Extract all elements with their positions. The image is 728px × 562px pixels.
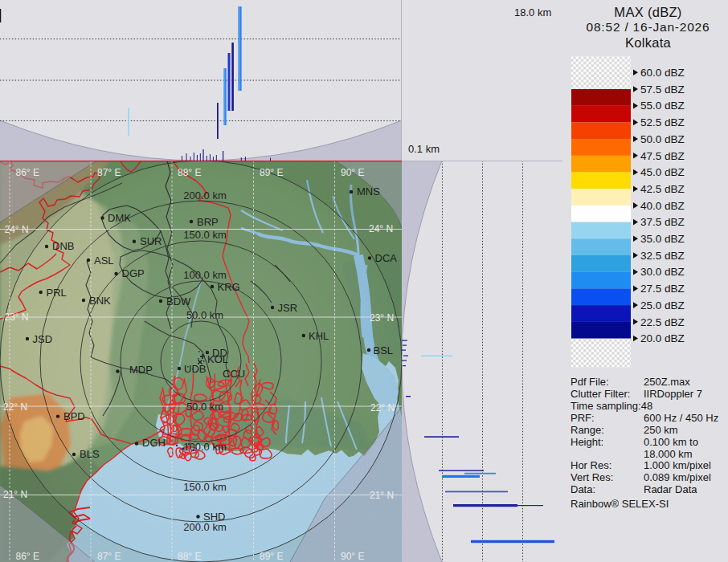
svg-text:22.5 dBZ: 22.5 dBZ: [640, 316, 685, 328]
svg-text:27.5 dBZ: 27.5 dBZ: [640, 283, 685, 295]
svg-text:60.0 dBZ: 60.0 dBZ: [640, 67, 685, 79]
svg-text:47.5 dBZ: 47.5 dBZ: [640, 150, 685, 162]
svg-text:42.5 dBZ: 42.5 dBZ: [640, 183, 685, 195]
svg-text:25.0 dBZ: 25.0 dBZ: [640, 299, 685, 312]
svg-text:20.0 dBZ: 20.0 dBZ: [640, 332, 685, 344]
svg-text:40.0 dBZ: 40.0 dBZ: [640, 200, 685, 212]
svg-text:52.5 dBZ: 52.5 dBZ: [640, 116, 685, 128]
svg-text:55.0 dBZ: 55.0 dBZ: [640, 100, 685, 112]
svg-text:32.5 dBZ: 32.5 dBZ: [640, 250, 685, 262]
svg-text:37.5 dBZ: 37.5 dBZ: [640, 216, 685, 228]
svg-text:30.0 dBZ: 30.0 dBZ: [640, 266, 685, 278]
svg-text:57.5 dBZ: 57.5 dBZ: [640, 83, 685, 96]
svg-text:50.0 dBZ: 50.0 dBZ: [640, 133, 685, 145]
svg-text:45.0 dBZ: 45.0 dBZ: [640, 166, 685, 178]
svg-text:35.0 dBZ: 35.0 dBZ: [640, 233, 685, 245]
